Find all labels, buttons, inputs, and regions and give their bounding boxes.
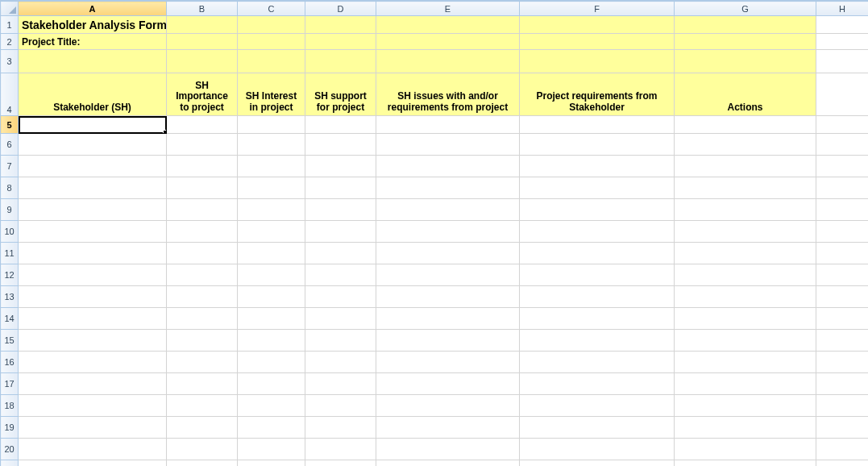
cell-E12[interactable] <box>376 264 520 286</box>
col-header-F[interactable]: F <box>520 2 675 16</box>
cell-H14[interactable] <box>816 308 869 330</box>
cell-C8[interactable] <box>238 177 305 199</box>
cell-F12[interactable] <box>520 264 675 286</box>
cell-B9[interactable] <box>167 199 238 221</box>
row-header-3[interactable]: 3 <box>1 50 19 73</box>
cell-C14[interactable] <box>238 308 305 330</box>
cell-H6[interactable] <box>816 134 869 156</box>
cell-C18[interactable] <box>238 395 305 417</box>
cell-G18[interactable] <box>675 395 816 417</box>
cell-A4[interactable]: Stakeholder (SH) <box>19 73 167 116</box>
cell-C12[interactable] <box>238 264 305 286</box>
cell-F2[interactable] <box>520 34 675 50</box>
cell-F13[interactable] <box>520 286 675 308</box>
cell-A1[interactable]: Stakeholder Analysis Form <box>19 16 167 34</box>
cell-B20[interactable] <box>167 439 238 460</box>
cell-D8[interactable] <box>305 177 376 199</box>
cell-B7[interactable] <box>167 156 238 177</box>
row-header-10[interactable]: 10 <box>1 221 19 243</box>
cell-C15[interactable] <box>238 330 305 352</box>
cell-C13[interactable] <box>238 286 305 308</box>
cell-D1[interactable] <box>305 16 376 34</box>
cell-D17[interactable] <box>305 373 376 395</box>
row-header-18[interactable]: 18 <box>1 395 19 417</box>
cell-F1[interactable] <box>520 16 675 34</box>
cell-A7[interactable] <box>19 156 167 177</box>
cell-G11[interactable] <box>675 243 816 264</box>
cell-C17[interactable] <box>238 373 305 395</box>
cell-D21[interactable] <box>305 460 376 467</box>
cell-E19[interactable] <box>376 417 520 439</box>
cell-E16[interactable] <box>376 352 520 373</box>
cell-A9[interactable] <box>19 199 167 221</box>
cell-E8[interactable] <box>376 177 520 199</box>
cell-E7[interactable] <box>376 156 520 177</box>
cell-F19[interactable] <box>520 417 675 439</box>
cell-E21[interactable] <box>376 460 520 467</box>
cell-H3[interactable] <box>816 50 869 73</box>
cell-C7[interactable] <box>238 156 305 177</box>
cell-H21[interactable] <box>816 460 869 467</box>
cell-F4[interactable]: Project requirements from Stakeholder <box>520 73 675 116</box>
cell-H2[interactable] <box>816 34 869 50</box>
cell-B10[interactable] <box>167 221 238 243</box>
cell-G2[interactable] <box>675 34 816 50</box>
cell-G5[interactable] <box>675 116 816 134</box>
cell-F3[interactable] <box>520 50 675 73</box>
cell-B2[interactable] <box>167 34 238 50</box>
cell-A12[interactable] <box>19 264 167 286</box>
cell-B6[interactable] <box>167 134 238 156</box>
cell-B18[interactable] <box>167 395 238 417</box>
cell-H16[interactable] <box>816 352 869 373</box>
cell-D2[interactable] <box>305 34 376 50</box>
row-header-15[interactable]: 15 <box>1 330 19 352</box>
cell-E2[interactable] <box>376 34 520 50</box>
cell-D9[interactable] <box>305 199 376 221</box>
row-header-9[interactable]: 9 <box>1 199 19 221</box>
cell-G12[interactable] <box>675 264 816 286</box>
cell-D5[interactable] <box>305 116 376 134</box>
cell-H4[interactable] <box>816 73 869 116</box>
cell-C4[interactable]: SH Interest in project <box>238 73 305 116</box>
cell-B14[interactable] <box>167 308 238 330</box>
cell-C2[interactable] <box>238 34 305 50</box>
cell-E6[interactable] <box>376 134 520 156</box>
cell-G15[interactable] <box>675 330 816 352</box>
row-header-4[interactable]: 4 <box>1 73 19 116</box>
cell-A17[interactable] <box>19 373 167 395</box>
col-header-D[interactable]: D <box>305 2 376 16</box>
cell-G3[interactable] <box>675 50 816 73</box>
cell-F16[interactable] <box>520 352 675 373</box>
cell-E4[interactable]: SH issues with and/or requirements from … <box>376 73 520 116</box>
cell-A14[interactable] <box>19 308 167 330</box>
cell-C6[interactable] <box>238 134 305 156</box>
col-header-B[interactable]: B <box>167 2 238 16</box>
cell-E1[interactable] <box>376 16 520 34</box>
cell-A2[interactable]: Project Title: <box>19 34 167 50</box>
cell-F17[interactable] <box>520 373 675 395</box>
cell-B1[interactable] <box>167 16 238 34</box>
cell-A15[interactable] <box>19 330 167 352</box>
row-header-16[interactable]: 16 <box>1 352 19 373</box>
cell-C21[interactable] <box>238 460 305 467</box>
col-header-A[interactable]: A <box>19 2 167 16</box>
cell-E10[interactable] <box>376 221 520 243</box>
cell-A21[interactable] <box>19 460 167 467</box>
cell-F6[interactable] <box>520 134 675 156</box>
cell-D6[interactable] <box>305 134 376 156</box>
cell-H8[interactable] <box>816 177 869 199</box>
cell-A6[interactable] <box>19 134 167 156</box>
cell-F15[interactable] <box>520 330 675 352</box>
cell-C16[interactable] <box>238 352 305 373</box>
cell-H10[interactable] <box>816 221 869 243</box>
cell-B4[interactable]: SH Importance to project <box>167 73 238 116</box>
col-header-G[interactable]: G <box>675 2 816 16</box>
cell-E9[interactable] <box>376 199 520 221</box>
cell-E15[interactable] <box>376 330 520 352</box>
cell-H5[interactable] <box>816 116 869 134</box>
cell-D7[interactable] <box>305 156 376 177</box>
cell-E18[interactable] <box>376 395 520 417</box>
row-header-2[interactable]: 2 <box>1 34 19 50</box>
cell-C19[interactable] <box>238 417 305 439</box>
cell-D10[interactable] <box>305 221 376 243</box>
